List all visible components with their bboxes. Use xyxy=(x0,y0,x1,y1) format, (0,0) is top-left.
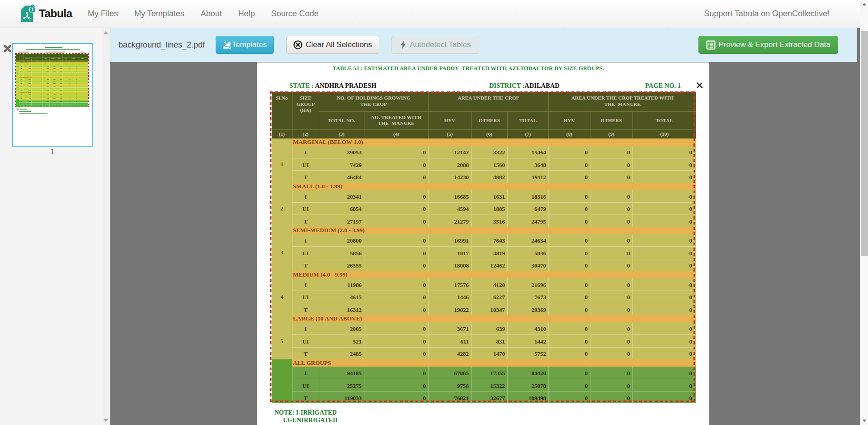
clear-all-selections-button[interactable]: Clear All Selections xyxy=(286,36,379,54)
support-link[interactable]: Support Tabula on OpenCollective! xyxy=(704,0,830,28)
browser-scrollbar[interactable] xyxy=(860,0,868,425)
row-type-cell: UI xyxy=(292,379,319,391)
value-cell: 4615 xyxy=(319,291,364,303)
thumb-district-line xyxy=(46,52,65,53)
nav-item-source-code[interactable]: Source Code xyxy=(263,0,327,28)
value-cell: 4594 xyxy=(428,202,471,215)
scroll-up-icon[interactable] xyxy=(863,3,866,5)
header-cell-colnum: (9) xyxy=(590,129,632,138)
value-cell: 19112 xyxy=(507,170,548,182)
value-cell: 0 xyxy=(364,367,428,379)
value-cell: 0 xyxy=(632,379,697,391)
slno-cell: 4 xyxy=(272,271,292,315)
value-cell: 0 xyxy=(632,391,697,403)
value-cell: 0 xyxy=(364,259,428,271)
value-cell: 30470 xyxy=(507,259,548,271)
delete-page-icon[interactable] xyxy=(4,45,11,53)
value-cell: 32677 xyxy=(471,391,507,403)
value-cell: 0 xyxy=(632,303,697,315)
value-cell: 0 xyxy=(364,234,428,246)
thumbnail-table-preview: Sl.NoSIZE GROUP (HA)NO. OF HOLDINGS GROW… xyxy=(16,54,88,107)
value-cell: 0 xyxy=(364,391,428,403)
value-cell: 0 xyxy=(548,170,590,182)
value-cell: 0 xyxy=(632,278,697,291)
value-cell: 2088 xyxy=(428,158,471,170)
value-cell: 0 xyxy=(632,146,697,158)
header-cell-size-group: SIZE GROUP (HA) xyxy=(292,92,319,129)
value-cell: 611 xyxy=(428,334,471,347)
value-cell: 67065 xyxy=(428,367,471,379)
value-cell: 0 xyxy=(590,170,632,182)
value-cell: 0 xyxy=(590,322,632,334)
value-cell: 0 xyxy=(590,215,632,227)
pdf-table-title: TABLE 5J : ESTIMATED AREA UNDER PADDY TR… xyxy=(272,65,665,72)
value-cell: 12142 xyxy=(428,146,471,158)
slno-cell: 1 xyxy=(272,138,292,183)
value-cell: 0 xyxy=(548,347,590,359)
thumbnail-mini-table: Sl.NoSIZE GROUP (HA)NO. OF HOLDINGS GROW… xyxy=(15,53,89,107)
templates-save-icon xyxy=(223,40,232,50)
thumb-note-line-3 xyxy=(19,113,47,114)
value-cell: 0 xyxy=(632,170,697,182)
row-type-cell: I xyxy=(292,190,319,202)
nav-item-my-files[interactable]: My Files xyxy=(80,0,126,28)
value-cell: 3671 xyxy=(428,322,471,334)
toolbar: background_lines_2.pdf Templates Clear A… xyxy=(110,28,857,62)
slno-cell: 3 xyxy=(272,227,292,271)
sidebar: Sl.NoSIZE GROUP (HA)NO. OF HOLDINGS GROW… xyxy=(0,28,110,425)
value-cell: 0 xyxy=(364,215,428,227)
templates-button[interactable]: Templates xyxy=(216,36,274,54)
value-cell: 0 xyxy=(548,259,590,271)
value-cell: 0 xyxy=(548,202,590,215)
sidebar-scrollbar[interactable] xyxy=(102,28,110,425)
value-cell: 0 xyxy=(364,278,428,291)
value-cell: 0 xyxy=(364,322,428,334)
value-cell: 0 xyxy=(590,379,632,391)
value-cell: 24795 xyxy=(507,215,548,227)
row-type-cell: I xyxy=(292,234,319,246)
value-cell: 0 xyxy=(632,158,697,170)
district-value: ADILABAD xyxy=(524,82,559,89)
scrollbar-thumb[interactable] xyxy=(861,31,868,256)
tabula-logo-icon[interactable] xyxy=(20,4,36,24)
header-cell-colnum: (8) xyxy=(548,129,590,138)
brand-title[interactable]: Tabula xyxy=(39,0,72,28)
row-type-cell: UI xyxy=(292,291,319,303)
value-cell: 0 xyxy=(632,202,697,215)
value-cell: 0 xyxy=(548,158,590,170)
header-cell-sub: TOTAL xyxy=(632,111,697,130)
value-cell: 0 xyxy=(364,146,428,158)
thumb-state-line xyxy=(19,52,29,53)
export-button-label: Preview & Export Extracted Data xyxy=(718,40,830,49)
page-thumbnail[interactable]: Sl.NoSIZE GROUP (HA)NO. OF HOLDINGS GROW… xyxy=(12,43,93,147)
value-cell: 0 xyxy=(364,170,428,182)
value-cell: 0 xyxy=(548,278,590,291)
value-cell: 4310 xyxy=(507,322,548,334)
value-cell: 0 xyxy=(590,146,632,158)
sidebar-scroll-down-icon[interactable] xyxy=(104,419,108,422)
value-cell: 0 xyxy=(548,334,590,347)
preview-export-button[interactable]: Preview & Export Extracted Data xyxy=(698,36,838,54)
scroll-down-icon[interactable] xyxy=(863,420,866,422)
sidebar-scroll-up-icon[interactable] xyxy=(104,31,108,34)
row-type-cell: I xyxy=(292,367,319,379)
pdf-page[interactable]: TABLE 5J : ESTIMATED AREA UNDER PADDY TR… xyxy=(257,62,709,425)
header-cell-group: AREA UNDER THE CROP TREATED WITH THE MAN… xyxy=(548,92,696,111)
value-cell: 0 xyxy=(590,291,632,303)
nav-item-about[interactable]: About xyxy=(193,0,230,28)
value-cell: 39053 xyxy=(319,146,364,158)
selection-close-icon[interactable] xyxy=(696,82,705,91)
value-cell: 4120 xyxy=(471,278,507,291)
value-cell: 20341 xyxy=(319,190,364,202)
value-cell: 0 xyxy=(364,246,428,258)
row-type-cell: T xyxy=(292,259,319,271)
value-cell: 0 xyxy=(590,234,632,246)
header-cell-colnum: (2) xyxy=(292,129,319,138)
nav-item-my-templates[interactable]: My Templates xyxy=(126,0,193,28)
pdf-viewer-area[interactable]: TABLE 5J : ESTIMATED AREA UNDER PADDY TR… xyxy=(110,28,860,425)
navbar: Tabula My Files My Templates About Help … xyxy=(0,0,868,28)
nav-item-help[interactable]: Help xyxy=(230,0,263,28)
value-cell: 1631 xyxy=(471,190,507,202)
value-cell: 0 xyxy=(632,291,697,303)
clear-button-label: Clear All Selections xyxy=(306,40,372,49)
